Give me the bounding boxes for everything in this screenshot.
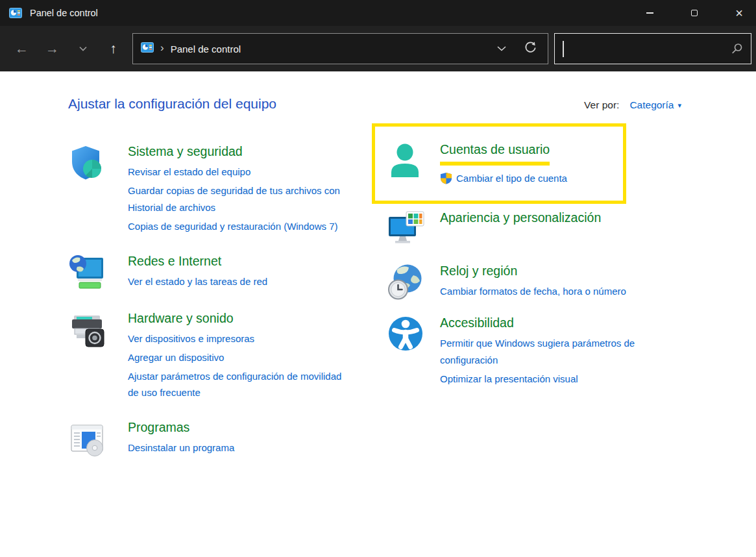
task-link[interactable]: Copias de seguridad y restauración (Wind… — [128, 218, 342, 235]
printer-icon[interactable] — [68, 310, 128, 404]
address-bar[interactable]: › Panel de control — [132, 33, 548, 64]
forward-icon[interactable]: → — [37, 35, 67, 62]
task-link[interactable]: Desinstalar un programa — [128, 439, 342, 456]
up-icon[interactable]: ↑ — [98, 35, 128, 62]
task-link-label: Cambiar el tipo de cuenta — [456, 170, 567, 187]
network-icon[interactable] — [68, 253, 128, 294]
task-link[interactable]: Guardar copias de seguridad de tus archi… — [128, 182, 342, 216]
task-link-label: Copias de seguridad y restauración (Wind… — [128, 221, 338, 232]
category-section-apariencia-y-personalizacion: Apariencia y personalización — [387, 209, 756, 251]
category-section-accesibilidad: Accesibilidad Permitir que Windows sugie… — [387, 314, 756, 390]
titlebar[interactable]: Panel de control × — [0, 0, 756, 26]
category-title-accesibilidad[interactable]: Accesibilidad — [440, 314, 514, 331]
task-link[interactable]: Optimizar la presentación visual — [440, 371, 681, 388]
task-link[interactable]: Cambiar el tipo de cuenta — [440, 170, 616, 187]
nav-buttons: ← → ↑ — [6, 35, 128, 62]
search-input[interactable] — [564, 34, 732, 64]
task-links-hardware-y-sonido: Ver dispositivos e impresorasAgregar un … — [128, 330, 342, 401]
control-panel-icon — [9, 6, 22, 19]
category-title-programas[interactable]: Programas — [128, 419, 189, 436]
task-link-label: Revisar el estado del equipo — [128, 166, 250, 177]
search-icon — [731, 43, 743, 55]
address-dropdown-chevron-icon[interactable] — [496, 43, 507, 55]
navigation-bar: ← → ↑ › Panel de control — [0, 26, 756, 71]
uac-shield-icon — [440, 172, 452, 184]
highlight-underline — [440, 162, 550, 166]
content-area: Ajustar la configuración del equipo Ver … — [0, 71, 756, 557]
category-title-hardware-y-sonido[interactable]: Hardware y sonido — [128, 310, 234, 327]
task-links-reloj-y-region: Cambiar formatos de fecha, hora o número — [440, 283, 681, 300]
monitor-tiles-icon[interactable] — [387, 209, 440, 251]
task-links-programas: Desinstalar un programa — [128, 439, 342, 456]
caption-buttons: × — [633, 0, 756, 26]
user-icon[interactable] — [387, 141, 440, 189]
task-link[interactable]: Agregar un dispositivo — [128, 349, 342, 366]
category-title-sistema-y-seguridad[interactable]: Sistema y seguridad — [128, 143, 243, 160]
task-link-label: Optimizar la presentación visual — [440, 373, 578, 384]
window-title: Panel de control — [30, 8, 98, 18]
category-title-apariencia-y-personalizacion[interactable]: Apariencia y personalización — [440, 209, 601, 226]
view-by-label: Ver por: — [584, 99, 619, 111]
category-section-programas: Programas Desinstalar un programa — [68, 419, 387, 460]
category-section-hardware-y-sonido: Hardware y sonido Ver dispositivos e imp… — [68, 310, 387, 404]
view-by-control: Ver por: Categoría ▾ — [584, 99, 681, 111]
category-section-sistema-y-seguridad: Sistema y seguridad Revisar el estado de… — [68, 143, 387, 237]
category-title-redes-e-internet[interactable]: Redes e Internet — [128, 253, 221, 269]
task-link[interactable]: Permitir que Windows sugiera parámetros … — [440, 335, 681, 368]
back-icon[interactable]: ← — [6, 35, 37, 62]
maximize-icon[interactable] — [677, 0, 711, 26]
category-section-redes-e-internet: Redes e Internet Ver el estado y las tar… — [68, 253, 387, 294]
search-box[interactable] — [554, 33, 751, 64]
task-link-label: Ajustar parámetros de configuración de m… — [128, 371, 341, 399]
task-links-sistema-y-seguridad: Revisar el estado del equipoGuardar copi… — [128, 164, 342, 234]
category-section-cuentas-de-usuario: Cuentas de usuario Cambiar el tipo de cu… — [372, 123, 626, 204]
task-link[interactable]: Ver el estado y las tareas de red — [128, 273, 342, 290]
task-link-label: Agregar un dispositivo — [128, 352, 224, 363]
task-link-label: Permitir que Windows sugiera parámetros … — [440, 338, 635, 365]
category-section-reloj-y-region: Reloj y región Cambiar formatos de fecha… — [387, 262, 756, 303]
close-icon[interactable]: × — [722, 0, 756, 26]
page-title: Ajustar la configuración del equipo — [68, 96, 276, 112]
task-link[interactable]: Revisar el estado del equipo — [128, 164, 342, 180]
category-column-right: Cuentas de usuario Cambiar el tipo de cu… — [387, 143, 756, 476]
shield-pie-icon[interactable] — [68, 143, 128, 237]
task-link[interactable]: Cambiar formatos de fecha, hora o número — [440, 283, 681, 300]
breadcrumb-item-control-panel[interactable]: Panel de control — [171, 43, 241, 55]
accessibility-icon[interactable] — [387, 314, 440, 390]
task-link[interactable]: Ver dispositivos e impresoras — [128, 330, 342, 347]
task-link-label: Ver dispositivos e impresoras — [128, 333, 254, 344]
task-link-label: Guardar copias de seguridad de tus archi… — [128, 185, 340, 213]
task-link-label: Ver el estado y las tareas de red — [128, 276, 267, 287]
control-panel-icon — [141, 41, 154, 56]
breadcrumb: › Panel de control — [141, 41, 241, 56]
minimize-icon[interactable] — [633, 0, 666, 26]
task-link-label: Cambiar formatos de fecha, hora o número — [440, 286, 626, 297]
task-link-label: Desinstalar un programa — [128, 442, 234, 453]
globe-clock-icon[interactable] — [387, 262, 440, 303]
refresh-icon[interactable] — [524, 41, 537, 57]
control-panel-window: Panel de control × ← → ↑ › Panel de cont… — [0, 0, 756, 557]
task-links-cuentas-de-usuario: Cambiar el tipo de cuenta — [440, 170, 616, 187]
task-links-accesibilidad: Permitir que Windows sugiera parámetros … — [440, 335, 681, 387]
category-title-cuentas-de-usuario[interactable]: Cuentas de usuario — [440, 141, 550, 158]
chevron-down-icon: ▾ — [677, 101, 681, 110]
category-column-left: Sistema y seguridad Revisar el estado de… — [68, 143, 387, 476]
view-by-dropdown[interactable]: Categoría ▾ — [629, 99, 681, 111]
task-link[interactable]: Ajustar parámetros de configuración de m… — [128, 368, 342, 401]
task-links-redes-e-internet: Ver el estado y las tareas de red — [128, 273, 342, 290]
category-title-reloj-y-region[interactable]: Reloj y región — [440, 262, 517, 279]
breadcrumb-separator-icon: › — [160, 42, 164, 56]
programs-icon[interactable] — [68, 419, 128, 460]
recent-locations-chevron-icon[interactable] — [67, 35, 98, 62]
